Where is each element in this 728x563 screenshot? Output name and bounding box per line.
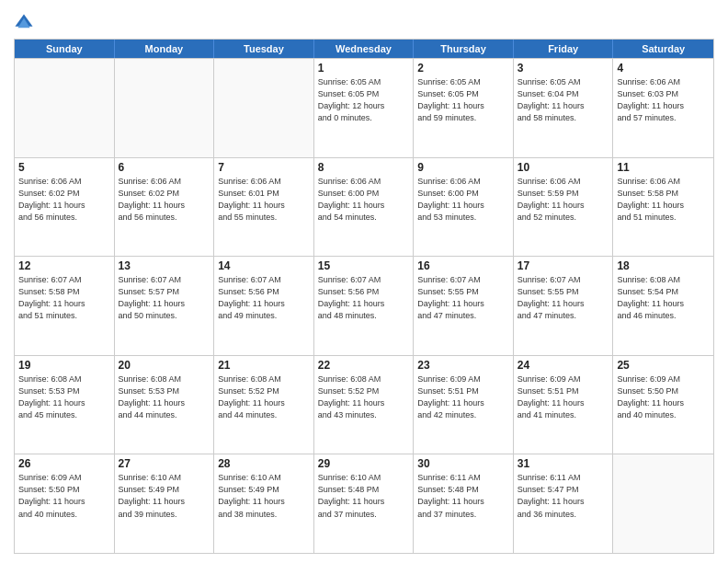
calendar-cell: 13Sunrise: 6:07 AM Sunset: 5:57 PM Dayli…	[115, 257, 215, 355]
cell-info: Sunrise: 6:07 AM Sunset: 5:55 PM Dayligh…	[518, 274, 609, 322]
day-number: 12	[18, 259, 110, 272]
day-number: 10	[518, 161, 609, 174]
cell-info: Sunrise: 6:05 AM Sunset: 6:04 PM Dayligh…	[518, 76, 609, 124]
cell-info: Sunrise: 6:08 AM Sunset: 5:54 PM Dayligh…	[617, 274, 710, 322]
calendar-header: SundayMondayTuesdayWednesdayThursdayFrid…	[15, 40, 713, 58]
header-cell-thursday: Thursday	[414, 40, 514, 58]
cell-info: Sunrise: 6:08 AM Sunset: 5:53 PM Dayligh…	[18, 373, 110, 421]
header-cell-friday: Friday	[514, 40, 614, 58]
day-number: 3	[518, 62, 609, 75]
cell-info: Sunrise: 6:09 AM Sunset: 5:51 PM Dayligh…	[518, 373, 609, 421]
calendar-cell: 31Sunrise: 6:11 AM Sunset: 5:47 PM Dayli…	[514, 454, 614, 553]
calendar-body: 1Sunrise: 6:05 AM Sunset: 6:05 PM Daylig…	[15, 58, 713, 553]
calendar-row-2: 12Sunrise: 6:07 AM Sunset: 5:58 PM Dayli…	[15, 256, 713, 355]
calendar-cell	[15, 59, 115, 157]
calendar: SundayMondayTuesdayWednesdayThursdayFrid…	[14, 39, 714, 554]
page: SundayMondayTuesdayWednesdayThursdayFrid…	[0, 0, 728, 563]
cell-info: Sunrise: 6:05 AM Sunset: 6:05 PM Dayligh…	[318, 76, 410, 124]
header-cell-monday: Monday	[115, 40, 215, 58]
cell-info: Sunrise: 6:07 AM Sunset: 5:57 PM Dayligh…	[119, 274, 210, 322]
calendar-cell: 14Sunrise: 6:07 AM Sunset: 5:56 PM Dayli…	[214, 257, 314, 355]
cell-info: Sunrise: 6:07 AM Sunset: 5:56 PM Dayligh…	[318, 274, 410, 322]
day-number: 14	[218, 259, 310, 272]
calendar-cell: 4Sunrise: 6:06 AM Sunset: 6:03 PM Daylig…	[613, 59, 713, 157]
cell-info: Sunrise: 6:08 AM Sunset: 5:53 PM Dayligh…	[119, 373, 210, 421]
cell-info: Sunrise: 6:06 AM Sunset: 6:03 PM Dayligh…	[617, 76, 710, 124]
calendar-cell: 22Sunrise: 6:08 AM Sunset: 5:52 PM Dayli…	[314, 356, 415, 454]
cell-info: Sunrise: 6:06 AM Sunset: 5:59 PM Dayligh…	[518, 176, 609, 224]
calendar-cell: 3Sunrise: 6:05 AM Sunset: 6:04 PM Daylig…	[514, 59, 614, 157]
cell-info: Sunrise: 6:09 AM Sunset: 5:50 PM Dayligh…	[617, 373, 710, 421]
calendar-cell: 12Sunrise: 6:07 AM Sunset: 5:58 PM Dayli…	[15, 257, 115, 355]
day-number: 27	[119, 457, 210, 470]
calendar-cell: 15Sunrise: 6:07 AM Sunset: 5:56 PM Dayli…	[314, 257, 415, 355]
day-number: 18	[617, 259, 710, 272]
calendar-cell	[613, 454, 713, 553]
logo-icon	[14, 13, 34, 33]
day-number: 24	[518, 359, 609, 372]
cell-info: Sunrise: 6:06 AM Sunset: 6:00 PM Dayligh…	[318, 176, 410, 224]
calendar-cell: 6Sunrise: 6:06 AM Sunset: 6:02 PM Daylig…	[115, 158, 215, 257]
cell-info: Sunrise: 6:06 AM Sunset: 6:00 PM Dayligh…	[417, 176, 509, 224]
cell-info: Sunrise: 6:10 AM Sunset: 5:48 PM Dayligh…	[318, 472, 410, 520]
calendar-cell	[115, 59, 215, 157]
day-number: 9	[417, 161, 509, 174]
day-number: 13	[119, 259, 210, 272]
calendar-cell: 17Sunrise: 6:07 AM Sunset: 5:55 PM Dayli…	[514, 257, 614, 355]
day-number: 8	[318, 161, 410, 174]
cell-info: Sunrise: 6:07 AM Sunset: 5:58 PM Dayligh…	[18, 274, 110, 322]
calendar-cell: 25Sunrise: 6:09 AM Sunset: 5:50 PM Dayli…	[613, 356, 713, 454]
day-number: 5	[18, 161, 110, 174]
calendar-cell: 28Sunrise: 6:10 AM Sunset: 5:49 PM Dayli…	[214, 454, 314, 553]
day-number: 21	[218, 359, 310, 372]
header	[14, 9, 714, 33]
day-number: 22	[318, 359, 410, 372]
cell-info: Sunrise: 6:10 AM Sunset: 5:49 PM Dayligh…	[119, 472, 210, 520]
day-number: 31	[518, 457, 609, 470]
calendar-cell: 8Sunrise: 6:06 AM Sunset: 6:00 PM Daylig…	[314, 158, 415, 257]
cell-info: Sunrise: 6:05 AM Sunset: 6:05 PM Dayligh…	[417, 76, 509, 124]
calendar-cell: 9Sunrise: 6:06 AM Sunset: 6:00 PM Daylig…	[414, 158, 514, 257]
header-cell-sunday: Sunday	[15, 40, 115, 58]
calendar-cell: 5Sunrise: 6:06 AM Sunset: 6:02 PM Daylig…	[15, 158, 115, 257]
day-number: 26	[18, 457, 110, 470]
cell-info: Sunrise: 6:10 AM Sunset: 5:49 PM Dayligh…	[218, 472, 310, 520]
day-number: 4	[617, 62, 710, 75]
calendar-cell: 30Sunrise: 6:11 AM Sunset: 5:48 PM Dayli…	[414, 454, 514, 553]
calendar-cell: 23Sunrise: 6:09 AM Sunset: 5:51 PM Dayli…	[414, 356, 514, 454]
calendar-cell: 27Sunrise: 6:10 AM Sunset: 5:49 PM Dayli…	[115, 454, 215, 553]
calendar-row-1: 5Sunrise: 6:06 AM Sunset: 6:02 PM Daylig…	[15, 157, 713, 257]
cell-info: Sunrise: 6:06 AM Sunset: 6:01 PM Dayligh…	[218, 176, 310, 224]
calendar-row-4: 26Sunrise: 6:09 AM Sunset: 5:50 PM Dayli…	[15, 454, 713, 553]
header-cell-wednesday: Wednesday	[314, 40, 415, 58]
calendar-cell: 7Sunrise: 6:06 AM Sunset: 6:01 PM Daylig…	[214, 158, 314, 257]
day-number: 17	[518, 259, 609, 272]
cell-info: Sunrise: 6:11 AM Sunset: 5:48 PM Dayligh…	[417, 472, 509, 520]
calendar-cell: 29Sunrise: 6:10 AM Sunset: 5:48 PM Dayli…	[314, 454, 415, 553]
day-number: 19	[18, 359, 110, 372]
calendar-cell: 21Sunrise: 6:08 AM Sunset: 5:52 PM Dayli…	[214, 356, 314, 454]
cell-info: Sunrise: 6:07 AM Sunset: 5:56 PM Dayligh…	[218, 274, 310, 322]
cell-info: Sunrise: 6:08 AM Sunset: 5:52 PM Dayligh…	[318, 373, 410, 421]
calendar-cell: 10Sunrise: 6:06 AM Sunset: 5:59 PM Dayli…	[514, 158, 614, 257]
cell-info: Sunrise: 6:07 AM Sunset: 5:55 PM Dayligh…	[417, 274, 509, 322]
day-number: 2	[417, 62, 509, 75]
cell-info: Sunrise: 6:06 AM Sunset: 5:58 PM Dayligh…	[617, 176, 710, 224]
day-number: 7	[218, 161, 310, 174]
day-number: 23	[417, 359, 509, 372]
calendar-cell: 11Sunrise: 6:06 AM Sunset: 5:58 PM Dayli…	[613, 158, 713, 257]
calendar-row-0: 1Sunrise: 6:05 AM Sunset: 6:05 PM Daylig…	[15, 58, 713, 157]
cell-info: Sunrise: 6:08 AM Sunset: 5:52 PM Dayligh…	[218, 373, 310, 421]
day-number: 15	[318, 259, 410, 272]
day-number: 16	[417, 259, 509, 272]
calendar-cell: 20Sunrise: 6:08 AM Sunset: 5:53 PM Dayli…	[115, 356, 215, 454]
calendar-cell: 16Sunrise: 6:07 AM Sunset: 5:55 PM Dayli…	[414, 257, 514, 355]
cell-info: Sunrise: 6:09 AM Sunset: 5:51 PM Dayligh…	[417, 373, 509, 421]
day-number: 30	[417, 457, 509, 470]
day-number: 25	[617, 359, 710, 372]
header-cell-saturday: Saturday	[613, 40, 713, 58]
calendar-row-3: 19Sunrise: 6:08 AM Sunset: 5:53 PM Dayli…	[15, 355, 713, 454]
cell-info: Sunrise: 6:06 AM Sunset: 6:02 PM Dayligh…	[18, 176, 110, 224]
logo	[14, 13, 37, 33]
cell-info: Sunrise: 6:11 AM Sunset: 5:47 PM Dayligh…	[518, 472, 609, 520]
